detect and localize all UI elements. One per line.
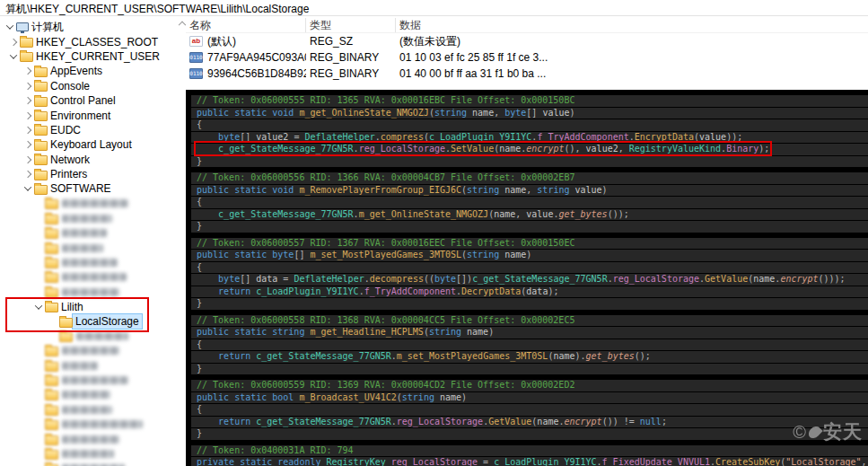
code-line: public static void m_get_OnlineState_NMG… — [191, 108, 868, 119]
tree-item-hkey-classes-root[interactable]: HKEY_CLASSES_ROOT — [0, 34, 185, 48]
tree-item-redacted[interactable] — [0, 462, 185, 466]
tree-item-localstorage[interactable]: LocalStorage — [0, 314, 185, 329]
tree-item-label: Lilith — [58, 300, 86, 314]
expand-chevron-icon[interactable] — [4, 24, 16, 30]
tree-item-redacted[interactable] — [0, 358, 185, 373]
value-data: 01 10 03 ef fc 25 85 ff 1f ce 3... — [396, 51, 868, 64]
tree-item-label: Keyboard Layout — [48, 137, 135, 152]
tree-item-eudc[interactable]: EUDC — [0, 123, 185, 137]
tree-item-计算机[interactable]: 计算机 — [0, 20, 185, 34]
tree-item-redacted[interactable] — [0, 388, 185, 402]
code-panel: // Token: 0x06000555 RID: 1365 RVA: 0x00… — [186, 90, 868, 466]
tree-item-redacted[interactable] — [0, 225, 185, 240]
redacted-label — [62, 273, 127, 281]
code-line: byte[] data = DeflateHelper.decompress((… — [191, 274, 868, 286]
value-row[interactable]: ab(默认)REG_SZ(数值未设置) — [186, 33, 868, 49]
tree-item-label: HKEY_CLASSES_ROOT — [33, 35, 161, 49]
expand-chevron-icon[interactable] — [22, 186, 34, 191]
tree-item-lilith[interactable]: Lilith — [0, 299, 185, 313]
folder-icon — [45, 435, 58, 445]
tree-item-redacted[interactable] — [0, 373, 185, 387]
value-row[interactable]: 011093964C56B1D84B92E1E...REG_BINARY01 4… — [186, 66, 868, 82]
folder-icon — [59, 332, 73, 342]
tree-item-redacted[interactable] — [0, 402, 185, 417]
redacted-label — [62, 391, 110, 399]
expand-chevron-icon[interactable] — [22, 127, 34, 133]
redacted-label — [62, 347, 119, 355]
registry-address-bar[interactable]: 算机\HKEY_CURRENT_USER\SOFTWARE\Lilith\Loc… — [0, 0, 868, 16]
folder-icon — [45, 229, 58, 239]
code-block: // Token: 0x06000556 RID: 1366 RVA: 0x00… — [191, 172, 868, 233]
expand-chevron-icon[interactable] — [22, 113, 34, 119]
column-header-data[interactable]: 数据 — [396, 18, 868, 32]
code-line: return c_LoadPlugin_Y9I1YC.f_TryAddCompo… — [191, 286, 868, 298]
tree-item-redacted[interactable] — [0, 344, 185, 358]
expand-chevron-icon[interactable] — [7, 40, 20, 45]
folder-icon — [34, 82, 48, 92]
tree-item-redacted[interactable] — [0, 285, 185, 299]
tree-item-control-panel[interactable]: Control Panel — [0, 93, 185, 108]
expand-chevron-icon — [32, 216, 45, 221]
binary-value-icon: 0110 — [189, 52, 203, 63]
expand-chevron-icon[interactable] — [22, 157, 34, 163]
folder-icon — [45, 244, 58, 254]
redacted-label — [62, 215, 112, 223]
code-block: // Token: 0x0400031A RID: 794private sta… — [191, 445, 868, 466]
tree-item-redacted[interactable] — [0, 255, 185, 269]
tree-item-console[interactable]: Console — [0, 79, 185, 93]
tree-item-appevents[interactable]: AppEvents — [0, 64, 185, 78]
scroll-up-arrow-icon[interactable] — [177, 20, 188, 29]
tree-item-label: 计算机 — [29, 19, 66, 36]
expand-chevron-icon[interactable] — [22, 142, 34, 147]
tree-item-environment[interactable]: Environment — [0, 108, 185, 122]
redacted-label — [76, 332, 128, 340]
expand-chevron-icon[interactable] — [32, 304, 45, 310]
tree-item-software[interactable]: SOFTWARE — [0, 181, 185, 196]
folder-icon — [20, 52, 33, 62]
code-line: c_get_StateMessage_77GN5R.reg_LocalStora… — [191, 144, 868, 155]
expand-chevron-icon — [32, 275, 45, 279]
tree-item-redacted[interactable] — [0, 241, 185, 255]
tree-item-redacted[interactable] — [0, 329, 185, 343]
tree-item-redacted[interactable] — [0, 270, 185, 285]
tree-item-label: Environment — [48, 109, 113, 123]
tree-item-label: Network — [48, 153, 92, 167]
expand-chevron-icon[interactable] — [22, 84, 34, 89]
expand-chevron-icon — [32, 364, 45, 368]
folder-icon — [34, 185, 48, 195]
tree-item-keyboard-layout[interactable]: Keyboard Layout — [0, 137, 185, 152]
tree-item-label: Console — [48, 79, 92, 93]
tree-item-redacted[interactable] — [0, 197, 185, 211]
folder-icon — [34, 155, 48, 165]
redacted-label — [62, 450, 114, 458]
value-row[interactable]: 011077AF9AA945C093A044B...REG_BINARY01 1… — [186, 49, 868, 66]
expand-chevron-icon[interactable] — [7, 54, 20, 59]
value-name-cell: 011093964C56B1D84B92E1E... — [186, 67, 306, 80]
expand-chevron-icon — [32, 231, 45, 235]
tree-item-label: LocalStorage — [73, 314, 142, 329]
folder-icon — [45, 259, 58, 268]
tree-item-printers[interactable]: Printers — [0, 167, 185, 181]
folder-icon — [45, 376, 58, 386]
redacted-label — [62, 259, 118, 267]
column-header-name[interactable]: 名称 — [186, 18, 306, 32]
tree-item-redacted[interactable] — [0, 432, 185, 446]
tree-item-label: AppEvents — [48, 64, 105, 78]
tree-item-redacted[interactable] — [0, 418, 185, 432]
column-header-type[interactable]: 类型 — [306, 18, 396, 32]
tree-item-network[interactable]: Network — [0, 153, 185, 167]
code-line: { — [191, 119, 868, 131]
tree-item-label: Control Panel — [48, 93, 118, 108]
code-line: { — [191, 197, 868, 208]
expand-chevron-icon — [47, 334, 59, 339]
expand-chevron-icon[interactable] — [22, 68, 34, 74]
folder-icon — [45, 391, 58, 400]
tree-item-hkey-current-user[interactable]: HKEY_CURRENT_USER — [0, 49, 185, 64]
tree-item-redacted[interactable] — [0, 446, 185, 461]
code-line: // Token: 0x0400031A RID: 794 — [191, 445, 868, 457]
expand-chevron-icon[interactable] — [22, 98, 34, 103]
code-line: byte[] value2 = DeflateHelper.compress(c… — [191, 132, 868, 144]
code-line: // Token: 0x06000558 RID: 1368 RVA: 0x00… — [191, 315, 868, 327]
tree-item-redacted[interactable] — [0, 211, 185, 225]
expand-chevron-icon[interactable] — [22, 171, 34, 177]
